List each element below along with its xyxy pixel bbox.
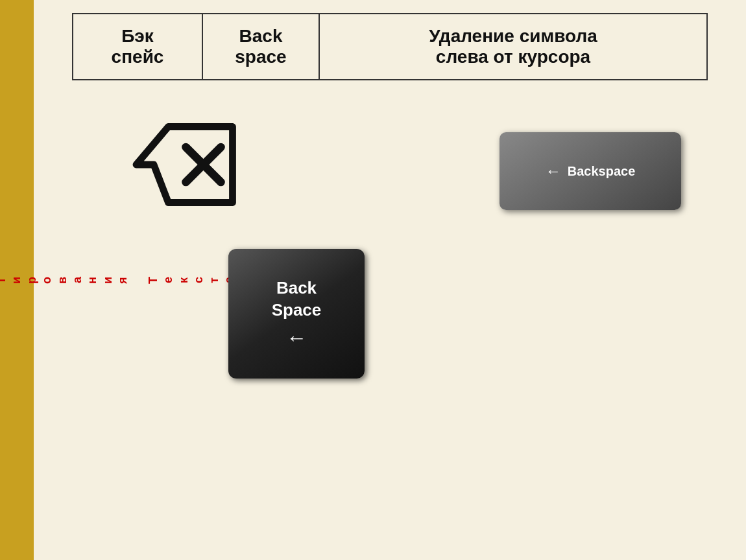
main-content: Бэк спейс Back space Удаление символа сл… — [34, 0, 746, 560]
table-cell-english: Back space — [202, 14, 319, 80]
sidebar: КлавиширедактированияТекста — [0, 0, 34, 560]
key2-label: Backspace — [568, 164, 636, 179]
info-table: Бэк спейс Back space Удаление символа сл… — [72, 13, 708, 80]
images-area: BackSpace ← ← Backspace — [47, 93, 733, 547]
table-cell-russian: Бэк спейс — [73, 14, 202, 80]
key2-arrow-icon: ← — [546, 162, 561, 180]
keyboard-key-backspace-dark: BackSpace ← — [228, 249, 365, 379]
key-arrow-left: ← — [286, 326, 307, 350]
keyboard-key-backspace-wide: ← Backspace — [499, 132, 681, 210]
backspace-symbol-icon — [125, 113, 241, 219]
table-cell-description: Удаление символа слева от курсора — [319, 14, 707, 80]
key-label-backspace: BackSpace — [272, 277, 322, 321]
